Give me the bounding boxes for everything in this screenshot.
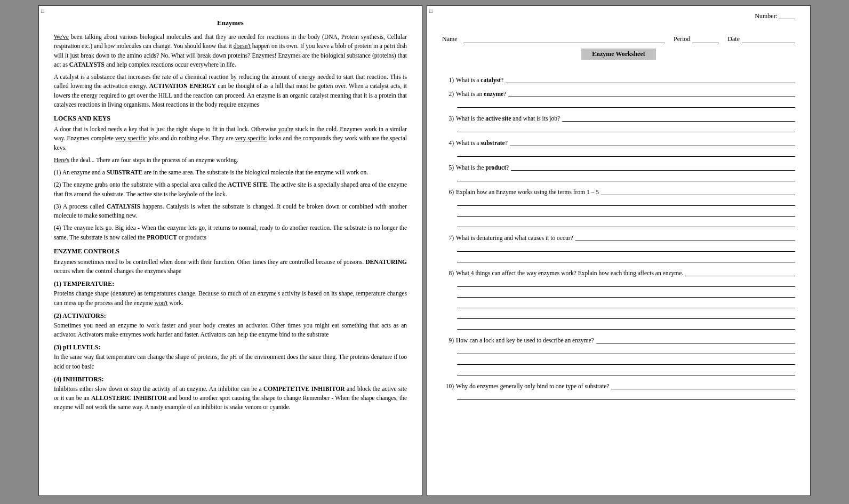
question-10-block: 10) Why do enzymes generally only bind t… — [442, 381, 795, 400]
question-9-row: 9) How can a lock and key be used to des… — [442, 335, 795, 343]
q6-answer-line — [601, 187, 795, 195]
q4-num: 4) — [442, 140, 454, 146]
q6-extra-line-2 — [457, 208, 795, 217]
q2-extra-line-1 — [457, 99, 795, 108]
q8-text: What 4 things can affect the way enzymes… — [456, 270, 683, 276]
q10-text: Why do enzymes generally only bind to on… — [456, 383, 609, 389]
subheading-inhibitors: (4) INHIBITORS: — [54, 375, 407, 383]
step3: (3) A process called CATALYSIS happens. … — [54, 202, 407, 221]
section-heading-controls: ENZYME CONTROLS — [54, 247, 407, 255]
q10-answer-line — [611, 381, 795, 389]
q8-extra-line-4 — [457, 310, 795, 319]
q6-num: 6) — [442, 189, 454, 195]
q8-extra-line-3 — [457, 300, 795, 308]
q2-answer-line — [508, 89, 795, 97]
q3-extra-line-1 — [457, 124, 795, 132]
paragraph-locks2: Here's the deal... There are four steps … — [54, 156, 407, 165]
question-2-row: 2) What is an enzyme? — [442, 89, 795, 97]
q1-num: 1) — [442, 77, 454, 83]
q5-answer-line — [511, 162, 795, 171]
left-page: □ Enzymes We've been talking about vario… — [38, 5, 422, 496]
period-field-line — [692, 35, 719, 43]
question-6-row: 6) Explain how an Enzyme works using the… — [442, 187, 795, 195]
q7-answer-line — [575, 233, 795, 241]
q9-extra-line-1 — [457, 346, 795, 354]
question-4-block: 4) What is a substrate? — [442, 138, 795, 157]
q1-answer-line — [506, 75, 795, 83]
subheading-ph: (3) pH LEVELS: — [54, 343, 407, 351]
q2-num: 2) — [442, 91, 454, 97]
q2-text: What is an enzyme? — [456, 91, 506, 97]
right-page: □ Number: _____ Name Period Date Enzyme … — [427, 5, 811, 496]
worksheet-title: Enzyme Worksheet — [581, 49, 655, 60]
q4-answer-line — [510, 138, 795, 146]
page-corner-right: □ — [429, 8, 432, 14]
q7-extra-line-2 — [457, 254, 795, 262]
q7-extra-line-1 — [457, 243, 795, 252]
question-1-row: 1) What is a catalyst? — [442, 75, 795, 83]
left-page-title: Enzymes — [54, 19, 407, 27]
question-6-block: 6) Explain how an Enzyme works using the… — [442, 187, 795, 227]
step2: (2) The enzyme grabs onto the substrate … — [54, 180, 407, 199]
q8-extra-line-2 — [457, 289, 795, 298]
question-8-block: 8) What 4 things can affect the way enzy… — [442, 268, 795, 330]
question-3-row: 3) What is the active site and what is i… — [442, 113, 795, 122]
subheading-activators: (2) ACTIVATORS: — [54, 312, 407, 320]
q3-answer-line — [562, 113, 795, 122]
q9-answer-line — [596, 335, 795, 343]
q9-num: 9) — [442, 337, 454, 343]
q9-extra-line-3 — [457, 367, 795, 375]
q8-answer-line — [685, 268, 795, 276]
paragraph-catalyst: A catalyst is a substance that increases… — [54, 73, 407, 109]
q8-extra-line-5 — [457, 321, 795, 330]
question-2-block: 2) What is an enzyme? — [442, 89, 795, 108]
paragraph-temperature: Proteins change shape (denature) as temp… — [54, 289, 407, 308]
q3-num: 3) — [442, 115, 454, 122]
paragraph-intro: We've been talking about various biologi… — [54, 33, 407, 69]
q7-text: What is denaturing and what causes it to… — [456, 235, 573, 241]
q4-extra-line-1 — [457, 148, 795, 157]
name-field-line — [463, 35, 665, 43]
question-1-block: 1) What is a catalyst? — [442, 75, 795, 83]
paragraph-activators: Sometimes you need an enzyme to work fas… — [54, 321, 407, 340]
q8-num: 8) — [442, 270, 454, 276]
period-label: Period — [674, 35, 690, 43]
q1-text: What is a catalyst? — [456, 77, 503, 83]
page-corner-left: □ — [41, 8, 44, 14]
q6-extra-line-1 — [457, 197, 795, 206]
q6-extra-line-3 — [457, 219, 795, 227]
question-7-row: 7) What is denaturing and what causes it… — [442, 233, 795, 241]
q9-text: How can a lock and key be used to descri… — [456, 337, 594, 343]
question-4-row: 4) What is a substrate? — [442, 138, 795, 146]
q10-num: 10) — [442, 383, 454, 389]
question-7-block: 7) What is denaturing and what causes it… — [442, 233, 795, 262]
paragraph-inhibitors: Inhibitors either slow down or stop the … — [54, 385, 407, 412]
subheading-temperature: (1) TEMPERATURE: — [54, 280, 407, 288]
q6-text: Explain how an Enzyme works using the te… — [456, 189, 599, 195]
q3-text: What is the active site and what is its … — [456, 115, 560, 122]
question-10-row: 10) Why do enzymes generally only bind t… — [442, 381, 795, 389]
section-heading-locks: LOCKS AND KEYS — [54, 115, 407, 123]
question-5-row: 5) What is the product? — [442, 162, 795, 171]
question-9-block: 9) How can a lock and key be used to des… — [442, 335, 795, 375]
date-label: Date — [727, 35, 740, 43]
worksheet-title-row: Enzyme Worksheet — [442, 49, 795, 67]
q8-extra-line-1 — [457, 278, 795, 287]
step1: (1) An enzyme and a SUBSTRATE are in the… — [54, 168, 407, 177]
q5-extra-line-1 — [457, 173, 795, 181]
step4: (4) The enzyme lets go. Big idea - When … — [54, 223, 407, 242]
name-label: Name — [442, 35, 463, 43]
pages-container: □ Enzymes We've been talking about vario… — [38, 5, 811, 496]
paragraph-locks1: A door that is locked needs a key that i… — [54, 125, 407, 153]
question-3-block: 3) What is the active site and what is i… — [442, 113, 795, 132]
q4-text: What is a substrate? — [456, 140, 508, 146]
paragraph-ph: In the same way that temperature can cha… — [54, 353, 407, 371]
q10-extra-line-1 — [457, 391, 795, 400]
q5-text: What is the product? — [456, 164, 509, 171]
q7-num: 7) — [442, 235, 454, 241]
q5-num: 5) — [442, 164, 454, 171]
q9-extra-line-2 — [457, 356, 795, 365]
date-field-line — [742, 35, 795, 43]
question-5-block: 5) What is the product? — [442, 162, 795, 181]
question-8-row: 8) What 4 things can affect the way enzy… — [442, 268, 795, 276]
